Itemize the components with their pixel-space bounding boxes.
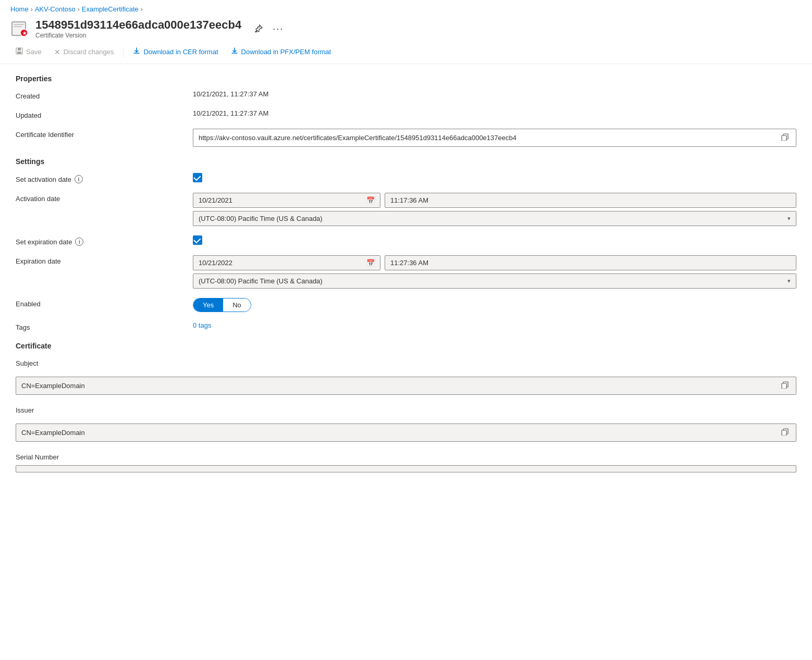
expiration-checkbox[interactable] bbox=[193, 235, 202, 245]
enabled-row: Enabled Yes No bbox=[16, 298, 796, 312]
breadcrumb-vault[interactable]: AKV-Contoso bbox=[35, 5, 76, 13]
save-button[interactable]: Save bbox=[10, 44, 47, 59]
updated-value: 10/21/2021, 11:27:37 AM bbox=[193, 109, 796, 117]
expiration-date-text: 10/21/2022 bbox=[199, 259, 363, 267]
activation-info-icon: i bbox=[75, 175, 83, 183]
issuer-text: CN=ExampleDomain bbox=[21, 429, 775, 437]
updated-label: Updated bbox=[16, 109, 193, 119]
activation-checkbox[interactable] bbox=[193, 173, 202, 182]
expiration-info-icon: i bbox=[75, 238, 83, 246]
identifier-box: https://akv-contoso.vault.azure.net/cert… bbox=[193, 129, 796, 147]
save-icon bbox=[16, 47, 23, 56]
set-expiration-label: Set expiration date i bbox=[16, 235, 193, 246]
subject-field-row: CN=ExampleDomain bbox=[16, 377, 796, 395]
more-button[interactable]: ··· bbox=[270, 22, 286, 35]
svg-text:★: ★ bbox=[22, 31, 27, 36]
breadcrumb-cert[interactable]: ExampleCertificate bbox=[82, 5, 139, 13]
issuer-row: Issuer bbox=[16, 404, 796, 414]
identifier-text: https://akv-contoso.vault.azure.net/cert… bbox=[199, 134, 775, 142]
certificate-section-header: Certificate bbox=[16, 342, 796, 350]
identifier-label: Certificate Identifier bbox=[16, 129, 193, 139]
expiration-date-row: Expiration date 10/21/2022 📅 11:27:36 AM… bbox=[16, 255, 796, 289]
activation-timezone-text: (UTC-08:00) Pacific Time (US & Canada) bbox=[199, 215, 785, 222]
activation-time-text: 11:17:36 AM bbox=[390, 196, 428, 204]
save-label: Save bbox=[26, 48, 42, 56]
activation-timezone-select[interactable]: (UTC-08:00) Pacific Time (US & Canada) ▾ bbox=[193, 211, 796, 226]
page-subtitle: Certificate Version bbox=[35, 32, 241, 39]
download-pfx-button[interactable]: Download in PFX/PEM format bbox=[226, 44, 337, 59]
set-activation-row: Set activation date i bbox=[16, 173, 796, 183]
activation-time-field[interactable]: 11:17:36 AM bbox=[385, 193, 796, 208]
updated-row: Updated 10/21/2021, 11:27:37 AM bbox=[16, 109, 796, 119]
identifier-row: Certificate Identifier https://akv-conto… bbox=[16, 129, 796, 147]
subject-field: CN=ExampleDomain bbox=[16, 377, 796, 395]
copy-identifier-button[interactable] bbox=[779, 132, 791, 143]
expiration-time-field[interactable]: 11:27:36 AM bbox=[385, 255, 796, 270]
enabled-yes-button[interactable]: Yes bbox=[193, 298, 223, 312]
enabled-toggle-area: Yes No bbox=[193, 298, 796, 312]
copy-subject-button[interactable] bbox=[779, 380, 791, 391]
activation-checkbox-container bbox=[193, 173, 796, 182]
subject-text: CN=ExampleDomain bbox=[21, 382, 775, 390]
set-activation-checkbox-area bbox=[193, 173, 796, 182]
expiration-timezone-select[interactable]: (UTC-08:00) Pacific Time (US & Canada) ▾ bbox=[193, 273, 796, 289]
tags-link[interactable]: 0 tags bbox=[193, 321, 211, 329]
toolbar: Save ✕ Discard changes Download in CER f… bbox=[0, 40, 812, 64]
expiration-checkbox-container bbox=[193, 235, 796, 245]
subject-row: Subject bbox=[16, 357, 796, 367]
activation-date-inputs: 10/21/2021 📅 11:17:36 AM (UTC-08:00) Pac… bbox=[193, 193, 796, 226]
expiration-time-text: 11:27:36 AM bbox=[390, 259, 428, 267]
identifier-field: https://akv-contoso.vault.azure.net/cert… bbox=[193, 129, 796, 147]
created-value: 10/21/2021, 11:27:37 AM bbox=[193, 90, 796, 98]
enabled-toggle: Yes No bbox=[193, 298, 251, 312]
discard-icon: ✕ bbox=[54, 48, 60, 56]
activation-date-row: Activation date 10/21/2021 📅 11:17:36 AM… bbox=[16, 193, 796, 226]
expiration-date-group: 10/21/2022 📅 11:27:36 AM bbox=[193, 255, 796, 270]
download-pfx-icon bbox=[231, 47, 238, 56]
download-cer-icon bbox=[133, 47, 140, 56]
activation-date-group: 10/21/2021 📅 11:17:36 AM bbox=[193, 193, 796, 208]
enabled-no-button[interactable]: No bbox=[223, 298, 251, 312]
activation-date-field[interactable]: 10/21/2021 📅 bbox=[193, 193, 380, 208]
pin-button[interactable] bbox=[252, 22, 265, 35]
serial-label: Serial Number bbox=[16, 451, 193, 461]
enabled-label: Enabled bbox=[16, 298, 193, 308]
expiration-date-label: Expiration date bbox=[16, 255, 193, 265]
subject-label: Subject bbox=[16, 357, 193, 367]
issuer-field-row: CN=ExampleDomain bbox=[16, 424, 796, 442]
calendar-icon-expiration: 📅 bbox=[366, 259, 375, 267]
properties-section-header: Properties bbox=[16, 74, 796, 83]
expiration-timezone-chevron: ▾ bbox=[788, 278, 791, 284]
created-label: Created bbox=[16, 90, 193, 100]
tags-label: Tags bbox=[16, 321, 193, 331]
discard-button[interactable]: ✕ Discard changes bbox=[49, 45, 119, 59]
breadcrumb-home[interactable]: Home bbox=[10, 5, 29, 13]
svg-rect-1 bbox=[14, 24, 24, 25]
svg-rect-9 bbox=[782, 135, 786, 141]
download-pfx-label: Download in PFX/PEM format bbox=[241, 48, 331, 56]
expiration-date-field[interactable]: 10/21/2022 📅 bbox=[193, 255, 380, 270]
svg-rect-13 bbox=[782, 430, 786, 435]
content-area: Properties Created 10/21/2021, 11:27:37 … bbox=[0, 64, 812, 493]
calendar-icon-activation: 📅 bbox=[366, 196, 375, 204]
breadcrumb: Home › AKV-Contoso › ExampleCertificate … bbox=[0, 0, 812, 16]
header-actions: ··· bbox=[252, 22, 286, 35]
set-expiration-row: Set expiration date i bbox=[16, 235, 796, 246]
expiration-timezone-text: (UTC-08:00) Pacific Time (US & Canada) bbox=[199, 277, 785, 285]
serial-field-row bbox=[16, 465, 796, 472]
breadcrumb-sep1: › bbox=[31, 6, 33, 13]
activation-date-text: 10/21/2021 bbox=[199, 196, 363, 204]
page-header: ★ 1548951d93114e66adca000e137eecb4 Certi… bbox=[0, 16, 812, 40]
tags-row: Tags 0 tags bbox=[16, 321, 796, 331]
set-expiration-checkbox-area bbox=[193, 235, 796, 245]
download-cer-button[interactable]: Download in CER format bbox=[128, 44, 223, 59]
serial-row: Serial Number bbox=[16, 451, 796, 461]
svg-rect-7 bbox=[17, 52, 21, 54]
breadcrumb-sep3: › bbox=[141, 6, 143, 13]
copy-issuer-button[interactable] bbox=[779, 427, 791, 438]
svg-rect-11 bbox=[782, 383, 786, 389]
tags-value: 0 tags bbox=[193, 321, 796, 329]
activation-timezone-chevron: ▾ bbox=[788, 215, 791, 222]
svg-rect-2 bbox=[14, 26, 22, 27]
page-title: 1548951d93114e66adca000e137eecb4 bbox=[35, 18, 241, 32]
